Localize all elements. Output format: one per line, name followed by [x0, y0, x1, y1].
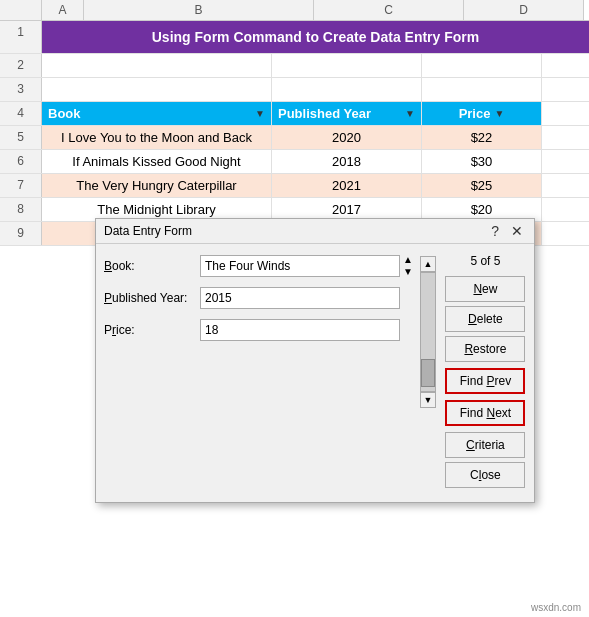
- row-2: 2: [0, 54, 589, 78]
- header-book-label: Book: [48, 106, 81, 121]
- header-price[interactable]: Price ▼: [422, 102, 542, 125]
- row5-year: 2020: [272, 126, 422, 149]
- dialog-title-buttons: ? ✕: [488, 223, 526, 239]
- close-action-button[interactable]: Close: [445, 462, 525, 488]
- row-num-6: 6: [0, 150, 42, 173]
- row-5: 5 I Love You to the Moon and Back 2020 $…: [0, 126, 589, 150]
- close-action-btn-label: Close: [470, 468, 501, 482]
- year-filter-arrow[interactable]: ▼: [405, 108, 415, 119]
- field-row-book: Book: ▲ ▼: [104, 254, 413, 277]
- row-num-9: 9: [0, 222, 42, 245]
- row2-cell-d: [422, 54, 542, 77]
- row-3: 3: [0, 78, 589, 102]
- row6-year: 2018: [272, 150, 422, 173]
- criteria-btn-label: Criteria: [466, 438, 505, 452]
- col-header-a: A: [42, 0, 84, 20]
- row-4-header: 4 Book ▼ Published Year ▼ Price ▼: [0, 102, 589, 126]
- year-label-underline: P: [104, 291, 112, 305]
- price-label-underline: r: [112, 323, 116, 337]
- dialog-titlebar: Data Entry Form ? ✕: [96, 219, 534, 244]
- field-row-year: Published Year:: [104, 287, 413, 309]
- field-row-price: Price:: [104, 319, 413, 341]
- restore-button[interactable]: Restore: [445, 336, 525, 362]
- row-7: 7 The Very Hungry Caterpillar 2021 $25: [0, 174, 589, 198]
- year-input[interactable]: [200, 287, 400, 309]
- book-filter-arrow[interactable]: ▼: [255, 108, 265, 119]
- find-prev-button[interactable]: Find Prev: [445, 368, 525, 394]
- col-header-d: D: [464, 0, 584, 20]
- row-num-3: 3: [0, 78, 42, 101]
- restore-btn-label: Restore: [464, 342, 506, 356]
- row2-cell-b: [42, 54, 272, 77]
- watermark: wsxdn.com: [531, 602, 581, 613]
- scroll-thumb[interactable]: [421, 359, 435, 387]
- dialog-right-panel: 5 of 5 New Delete Restore Find Prev Find…: [445, 254, 526, 492]
- header-book[interactable]: Book ▼: [42, 102, 272, 125]
- row-1: 1 Using Form Command to Create Data Entr…: [0, 21, 589, 54]
- scroll-track: [420, 272, 436, 392]
- dialog-body: Book: ▲ ▼ Published Year:: [96, 244, 534, 502]
- find-next-button[interactable]: Find Next: [445, 400, 525, 426]
- book-scroll-down[interactable]: ▼: [403, 266, 413, 277]
- col-header-b: B: [84, 0, 314, 20]
- find-prev-btn-label: Find Prev: [460, 374, 511, 388]
- row7-year: 2021: [272, 174, 422, 197]
- row5-price: $22: [422, 126, 542, 149]
- row3-cell-b: [42, 78, 272, 101]
- col-header-c: C: [314, 0, 464, 20]
- row-num-1: 1: [0, 21, 42, 53]
- row5-book: I Love You to the Moon and Back: [42, 126, 272, 149]
- dialog-fields: Book: ▲ ▼ Published Year:: [104, 254, 413, 351]
- header-price-label: Price: [459, 106, 491, 121]
- book-label-underline: B: [104, 259, 112, 273]
- dialog-title: Data Entry Form: [104, 224, 192, 238]
- row-6: 6 If Animals Kissed Good Night 2018 $30: [0, 150, 589, 174]
- row-num-7: 7: [0, 174, 42, 197]
- row6-price: $30: [422, 150, 542, 173]
- row3-cell-c: [272, 78, 422, 101]
- data-entry-dialog: Data Entry Form ? ✕ Book: ▲ ▼: [95, 218, 535, 503]
- dialog-close-button[interactable]: ✕: [508, 223, 526, 239]
- row6-book: If Animals Kissed Good Night: [42, 150, 272, 173]
- price-filter-arrow[interactable]: ▼: [494, 108, 504, 119]
- price-input[interactable]: [200, 319, 400, 341]
- price-label: Price:: [104, 323, 200, 337]
- row-num-4: 4: [0, 102, 42, 125]
- delete-btn-label: Delete: [468, 312, 503, 326]
- book-label: Book:: [104, 259, 200, 273]
- row-num-5: 5: [0, 126, 42, 149]
- row7-price: $25: [422, 174, 542, 197]
- spreadsheet: A B C D 1 Using Form Command to Create D…: [0, 0, 589, 246]
- header-year[interactable]: Published Year ▼: [272, 102, 422, 125]
- row-num-header: [0, 0, 42, 20]
- column-headers: A B C D: [0, 0, 589, 21]
- book-scroll-up[interactable]: ▲: [403, 254, 413, 265]
- year-label: Published Year:: [104, 291, 200, 305]
- new-btn-label: New: [473, 282, 497, 296]
- criteria-button[interactable]: Criteria: [445, 432, 525, 458]
- row7-book: The Very Hungry Caterpillar: [42, 174, 272, 197]
- delete-button[interactable]: Delete: [445, 306, 525, 332]
- row3-cell-d: [422, 78, 542, 101]
- row-num-2: 2: [0, 54, 42, 77]
- row2-cell-c: [272, 54, 422, 77]
- record-counter: 5 of 5: [445, 254, 526, 268]
- dialog-help-button[interactable]: ?: [488, 223, 502, 239]
- scroll-down-btn[interactable]: ▼: [420, 392, 436, 408]
- row-num-8: 8: [0, 198, 42, 221]
- scroll-up-btn[interactable]: ▲: [420, 256, 436, 272]
- header-year-label: Published Year: [278, 106, 371, 121]
- find-next-btn-label: Find Next: [460, 406, 511, 420]
- title-cell: Using Form Command to Create Data Entry …: [42, 21, 589, 53]
- new-button[interactable]: New: [445, 276, 525, 302]
- book-input[interactable]: [200, 255, 400, 277]
